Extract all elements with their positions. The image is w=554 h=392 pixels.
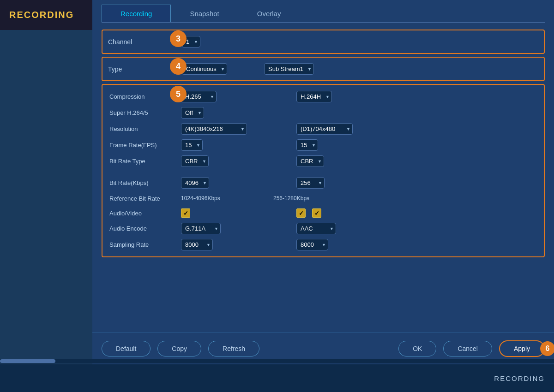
- ref-bitrate-row: Reference Bit Rate 1024-4096Kbps 256-128…: [109, 191, 537, 206]
- refresh-button[interactable]: Refresh: [208, 341, 259, 356]
- bitrate-sub-col: 32641282565127681024: [296, 177, 325, 189]
- sampling-main-col: 800016000320004410048000: [181, 239, 283, 250]
- super-main-col: OffOn: [181, 107, 283, 119]
- resolution-main-wrapper: (4K)3840x216(4MP)2560x1440(1080P)1920x10…: [181, 123, 247, 135]
- tab-overlay[interactable]: Overlay: [238, 5, 300, 22]
- tab-snapshot[interactable]: Snapshot: [171, 5, 238, 22]
- audio-video-sub-col: [296, 208, 321, 218]
- type-select-wrapper: ContinuousMotionAlarm M|AM&ASmartPOS: [182, 63, 227, 75]
- audio-encode-main-select[interactable]: G.711AG.711MuAACG.726: [181, 223, 221, 234]
- audio-encode-label: Audio Encode: [109, 225, 181, 232]
- substream-select[interactable]: Sub Stream1Sub Stream2: [264, 63, 314, 75]
- top-bar: RECORDING: [0, 0, 92, 30]
- compression-sub-wrapper: H.264HH.265H.264H.264B: [296, 91, 332, 102]
- framerate-main-select[interactable]: 125101215202530: [181, 139, 203, 151]
- audio-encode-main-wrapper: G.711AG.711MuAACG.726: [181, 223, 221, 234]
- audio-video-checkbox-sub1[interactable]: [296, 208, 306, 218]
- audio-video-checkbox-sub2[interactable]: [312, 208, 321, 218]
- channel-section: Channel 1234 5678: [102, 30, 545, 54]
- step6-badge: 6: [540, 341, 554, 356]
- cancel-button[interactable]: Cancel: [443, 341, 492, 356]
- bitrate-type-main-wrapper: CBRVBR: [181, 155, 209, 167]
- bitrate-main-col: 51276810242048409661448192: [181, 177, 283, 189]
- super-row: Super H.264/5 OffOn: [109, 105, 537, 121]
- ref-bitrate-main: 1024-4096Kbps: [181, 195, 264, 202]
- ok-button[interactable]: OK: [398, 341, 436, 356]
- compression-sub-col: H.264HH.265H.264H.264B: [296, 91, 332, 102]
- scrollbar[interactable]: [0, 359, 554, 363]
- sampling-sub-col: 800016000320004410048000: [296, 239, 328, 250]
- resolution-sub-col: (D1)704x480(CIF)352x240(QCIF)176x144: [296, 123, 353, 135]
- bitrate-type-main-select[interactable]: CBRVBR: [181, 155, 209, 167]
- main-content: Recording Snapshot Overlay 3 Channel 123…: [92, 0, 554, 364]
- resolution-main-select[interactable]: (4K)3840x216(4MP)2560x1440(1080P)1920x10…: [181, 123, 247, 135]
- audio-encode-sub-select[interactable]: AACG.711AG.711MuG.726: [296, 223, 336, 234]
- sampling-sub-wrapper: 800016000320004410048000: [296, 239, 328, 250]
- bitrate-type-sub-col: CBRVBR: [296, 155, 324, 167]
- apply-wrapper: Apply 6: [499, 340, 545, 357]
- tab-recording[interactable]: Recording: [102, 5, 171, 22]
- bitrate-main-wrapper: 51276810242048409661448192: [181, 177, 209, 189]
- footer-bar: RECORDING: [0, 364, 554, 392]
- audio-encode-sub-wrapper: AACG.711AG.711MuG.726: [296, 223, 336, 234]
- audio-encode-main-col: G.711AG.711MuAACG.726: [181, 223, 283, 234]
- bitrate-type-main-col: CBRVBR: [181, 155, 283, 167]
- framerate-main-wrapper: 125101215202530: [181, 139, 203, 151]
- audio-video-checkbox-main[interactable]: [181, 208, 190, 218]
- bitrate-main-select[interactable]: 51276810242048409661448192: [181, 177, 209, 189]
- audio-video-main-col: [181, 208, 283, 218]
- copy-button[interactable]: Copy: [157, 341, 201, 356]
- resolution-label: Resolution: [109, 125, 181, 132]
- bitrate-type-row: Bit Rate Type CBRVBR CBRVBR: [109, 153, 537, 169]
- bitrate-sub-wrapper: 32641282565127681024: [296, 177, 325, 189]
- super-select[interactable]: OffOn: [181, 107, 204, 119]
- framerate-label: Frame Rate(FPS): [109, 142, 181, 148]
- resolution-row: Resolution (4K)3840x216(4MP)2560x1440(10…: [109, 121, 537, 137]
- step3-badge: 3: [170, 30, 187, 47]
- resolution-sub-select[interactable]: (D1)704x480(CIF)352x240(QCIF)176x144: [296, 123, 353, 135]
- compression-sub-select[interactable]: H.264HH.265H.264H.264B: [296, 91, 332, 102]
- bitrate-type-sub-wrapper: CBRVBR: [296, 155, 324, 167]
- tab-bar: Recording Snapshot Overlay: [102, 5, 545, 23]
- sampling-sub-select[interactable]: 800016000320004410048000: [296, 239, 328, 250]
- step5-badge: 5: [170, 86, 187, 102]
- super-label: Super H.264/5: [109, 109, 181, 116]
- framerate-sub-col: 125101215202530: [296, 139, 318, 151]
- app-title: RECORDING: [9, 10, 74, 20]
- type-select[interactable]: ContinuousMotionAlarm M|AM&ASmartPOS: [182, 63, 227, 75]
- bitrate-type-sub-select[interactable]: CBRVBR: [296, 155, 324, 167]
- sampling-row: Sampling Rate 800016000320004410048000 8…: [109, 237, 537, 253]
- resolution-sub-wrapper: (D1)704x480(CIF)352x240(QCIF)176x144: [296, 123, 353, 135]
- bitrate-label: Bit Rate(Kbps): [109, 179, 181, 186]
- type-section: Type ContinuousMotionAlarm M|AM&ASmartPO…: [102, 57, 545, 81]
- audio-encode-sub-col: AACG.711AG.711MuG.726: [296, 223, 336, 234]
- settings-section: Compression H.265H.264H.264HH.264B H.264…: [102, 84, 545, 257]
- substream-select-wrapper: Sub Stream1Sub Stream2: [264, 63, 314, 75]
- bitrate-row: Bit Rate(Kbps) 5127681024204840966144819…: [109, 175, 537, 191]
- sampling-main-wrapper: 800016000320004410048000: [181, 239, 213, 250]
- ref-bitrate-sub: 256-1280Kbps: [273, 195, 309, 202]
- audio-video-row: Audio/Video: [109, 206, 537, 220]
- default-button[interactable]: Default: [102, 341, 151, 356]
- sampling-label: Sampling Rate: [109, 241, 181, 248]
- bitrate-type-label: Bit Rate Type: [109, 158, 181, 165]
- bitrate-sub-select[interactable]: 32641282565127681024: [296, 177, 325, 189]
- footer-title: RECORDING: [494, 374, 545, 382]
- apply-button[interactable]: Apply: [499, 340, 545, 357]
- step4-badge: 4: [170, 58, 187, 75]
- form-container: 3 Channel 1234 5678 4 Type Con: [102, 30, 545, 257]
- super-select-wrapper: OffOn: [181, 107, 204, 119]
- compression-main-col: H.265H.264H.264HH.264B: [181, 91, 283, 102]
- audio-video-label: Audio/Video: [109, 210, 181, 217]
- framerate-main-col: 125101215202530: [181, 139, 283, 151]
- sampling-main-select[interactable]: 800016000320004410048000: [181, 239, 213, 250]
- audio-encode-row: Audio Encode G.711AG.711MuAACG.726 AACG.…: [109, 220, 537, 237]
- framerate-row: Frame Rate(FPS) 125101215202530 12510121…: [109, 137, 537, 153]
- framerate-sub-wrapper: 125101215202530: [296, 139, 318, 151]
- resolution-main-col: (4K)3840x216(4MP)2560x1440(1080P)1920x10…: [181, 123, 283, 135]
- framerate-sub-select[interactable]: 125101215202530: [296, 139, 318, 151]
- ref-bitrate-label: Reference Bit Rate: [109, 195, 181, 202]
- scrollbar-thumb[interactable]: [0, 359, 55, 363]
